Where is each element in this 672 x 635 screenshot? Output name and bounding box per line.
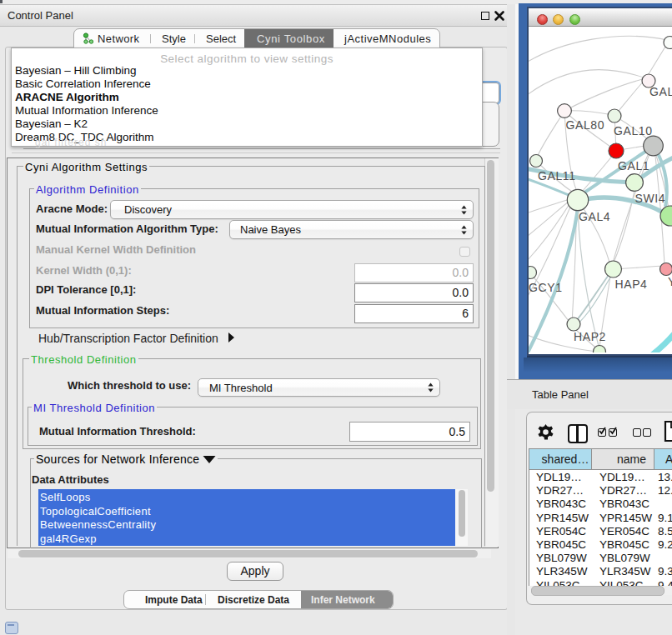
svg-text:YJL: YJL	[668, 275, 672, 288]
svg-text:SWI4: SWI4	[635, 192, 666, 205]
svg-text:HAP4: HAP4	[615, 278, 648, 291]
svg-text:GAL10: GAL10	[614, 124, 653, 138]
svg-text:GAL1: GAL1	[618, 159, 649, 172]
svg-text:GAL80: GAL80	[566, 118, 605, 132]
svg-text:GAL2: GAL2	[649, 85, 672, 98]
svg-text:GAL4: GAL4	[579, 210, 610, 223]
svg-text:GAL11: GAL11	[538, 169, 576, 182]
svg-text:GCY1: GCY1	[529, 281, 563, 294]
svg-text:HAP2: HAP2	[574, 330, 606, 343]
